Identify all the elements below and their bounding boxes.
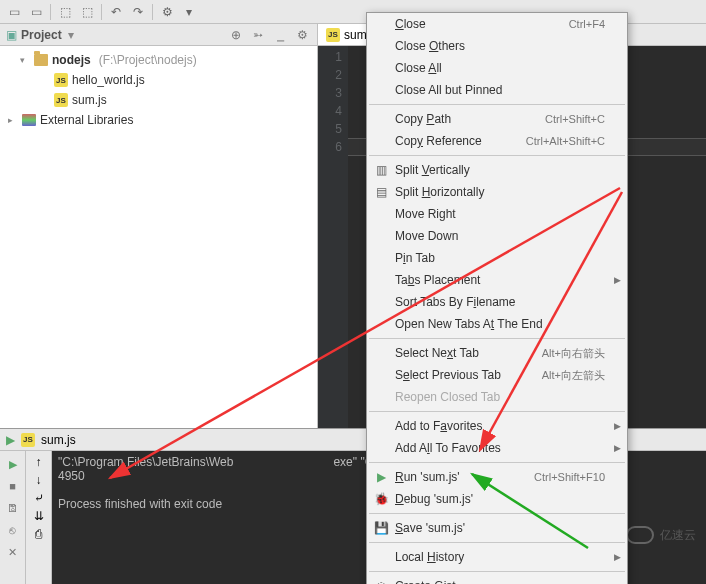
- context-menu-item[interactable]: Add to Favorites▶: [367, 415, 627, 437]
- up-icon[interactable]: ↑: [36, 455, 42, 469]
- run-action-gutter: ▶ ■ 🖺 ⎋ ✕: [0, 451, 26, 584]
- split-h-icon: ▤: [373, 185, 389, 199]
- menu-item-label: Close All but Pinned: [395, 83, 502, 97]
- external-libraries-node[interactable]: ▸ External Libraries: [0, 110, 317, 130]
- context-menu-item[interactable]: Pin Tab: [367, 247, 627, 269]
- editor-tab-context-menu: CloseCtrl+F4Close OthersClose AllClose A…: [366, 12, 628, 584]
- file-node-sum[interactable]: sum.js: [0, 90, 317, 110]
- menu-item-shortcut: Ctrl+F4: [569, 18, 605, 30]
- context-menu-item[interactable]: Select Next TabAlt+向右箭头: [367, 342, 627, 364]
- line-number: 2: [318, 66, 342, 84]
- menu-item-label: Add to Favorites: [395, 419, 482, 433]
- line-number: 1: [318, 48, 342, 66]
- menu-item-label: Open New Tabs At The End: [395, 317, 543, 331]
- menu-item-shortcut: Ctrl+Alt+Shift+C: [526, 135, 605, 147]
- menu-separator: [369, 411, 625, 412]
- toolbar-button[interactable]: ↷: [128, 2, 148, 22]
- context-menu-item[interactable]: ▤Split Horizontally: [367, 181, 627, 203]
- toolbar-button[interactable]: ⬚: [77, 2, 97, 22]
- link-icon[interactable]: ⎋: [4, 521, 22, 539]
- menu-item-label: Move Down: [395, 229, 458, 243]
- console-line: 4950: [58, 469, 85, 483]
- context-menu-item[interactable]: 💾Save 'sum.js': [367, 517, 627, 539]
- file-label: hello_world.js: [72, 73, 145, 87]
- toolbar-button[interactable]: ⚙: [157, 2, 177, 22]
- context-menu-item[interactable]: Copy PathCtrl+Shift+C: [367, 108, 627, 130]
- menu-item-label: Add All To Favorites: [395, 441, 501, 455]
- menu-item-label: Run 'sum.js': [395, 470, 460, 484]
- menu-item-shortcut: Alt+向左箭头: [542, 368, 605, 383]
- menu-separator: [369, 571, 625, 572]
- menu-item-label: Copy Path: [395, 112, 451, 126]
- context-menu-item[interactable]: ▥Split Vertically: [367, 159, 627, 181]
- gear-icon[interactable]: ⚙: [293, 26, 311, 44]
- toolbar-button[interactable]: ▾: [179, 2, 199, 22]
- menu-item-label: Reopen Closed Tab: [395, 390, 500, 404]
- dump-icon[interactable]: 🖺: [4, 499, 22, 517]
- js-file-icon: [326, 28, 340, 42]
- submenu-arrow-icon: ▶: [614, 275, 621, 285]
- project-root-label: nodejs: [52, 53, 91, 67]
- context-menu-item[interactable]: 🐞Debug 'sum.js': [367, 488, 627, 510]
- rerun-icon[interactable]: ▶: [4, 455, 22, 473]
- context-menu-item[interactable]: Move Right: [367, 203, 627, 225]
- context-menu-item[interactable]: Tabs Placement▶: [367, 269, 627, 291]
- submenu-arrow-icon: ▶: [614, 421, 621, 431]
- print-icon[interactable]: ⎙: [35, 527, 42, 541]
- stop-icon[interactable]: ■: [4, 477, 22, 495]
- menu-item-label: Close: [395, 17, 426, 31]
- toolbar-button[interactable]: ⬚: [55, 2, 75, 22]
- down-icon[interactable]: ↓: [36, 473, 42, 487]
- context-menu-item[interactable]: Close All: [367, 57, 627, 79]
- collapse-icon[interactable]: ⊕: [227, 26, 245, 44]
- menu-separator: [369, 513, 625, 514]
- menu-separator: [369, 155, 625, 156]
- context-menu-item[interactable]: Local History▶: [367, 546, 627, 568]
- context-menu-item[interactable]: ◌Create Gist...: [367, 575, 627, 584]
- project-root-node[interactable]: ▾ nodejs (F:\Project\nodejs): [0, 50, 317, 70]
- js-file-icon: [54, 73, 68, 87]
- context-menu-item[interactable]: Close All but Pinned: [367, 79, 627, 101]
- context-menu-item[interactable]: Add All To Favorites▶: [367, 437, 627, 459]
- line-number: 3: [318, 84, 342, 102]
- file-node-hello-world[interactable]: hello_world.js: [0, 70, 317, 90]
- line-number: 4: [318, 102, 342, 120]
- locate-icon[interactable]: ➳: [249, 26, 267, 44]
- toolbar-button[interactable]: ▭: [4, 2, 24, 22]
- project-panel-title: Project: [21, 28, 62, 42]
- toolbar-button[interactable]: ▭: [26, 2, 46, 22]
- console-line: "C:\Program Files\JetBrains\Web exe" "C:…: [58, 455, 380, 469]
- wrap-icon[interactable]: ⤶: [34, 491, 44, 505]
- debug-icon: 🐞: [373, 492, 389, 506]
- context-menu-item[interactable]: Select Previous TabAlt+向左箭头: [367, 364, 627, 386]
- menu-separator: [369, 462, 625, 463]
- file-label: sum.js: [72, 93, 107, 107]
- chevron-down-icon[interactable]: ▾: [68, 28, 74, 42]
- scroll-icon[interactable]: ⇊: [34, 509, 44, 523]
- context-menu-item[interactable]: Open New Tabs At The End: [367, 313, 627, 335]
- context-menu-item[interactable]: ▶Run 'sum.js'Ctrl+Shift+F10: [367, 466, 627, 488]
- menu-item-shortcut: Ctrl+Shift+C: [545, 113, 605, 125]
- project-tool-window: ▣ Project ▾ ⊕ ➳ ⎯ ⚙ ▾ nodejs (F:\Project…: [0, 24, 318, 428]
- context-menu-item[interactable]: Sort Tabs By Filename: [367, 291, 627, 313]
- console-line: Process finished with exit code: [58, 497, 222, 511]
- context-menu-item[interactable]: Move Down: [367, 225, 627, 247]
- context-menu-item[interactable]: Close Others: [367, 35, 627, 57]
- close-run-icon[interactable]: ✕: [4, 543, 22, 561]
- toolbar-button[interactable]: ↶: [106, 2, 126, 22]
- menu-item-label: Copy Reference: [395, 134, 482, 148]
- menu-item-label: Debug 'sum.js': [395, 492, 473, 506]
- menu-item-label: Split Vertically: [395, 163, 470, 177]
- expand-arrow-icon[interactable]: ▾: [20, 55, 30, 65]
- menu-item-label: Close All: [395, 61, 442, 75]
- submenu-arrow-icon: ▶: [614, 552, 621, 562]
- line-number: 6: [318, 138, 342, 156]
- context-menu-item[interactable]: Copy ReferenceCtrl+Alt+Shift+C: [367, 130, 627, 152]
- cloud-icon: [626, 526, 654, 544]
- run-icon: ▶: [6, 433, 15, 447]
- save-icon: 💾: [373, 521, 389, 535]
- expand-arrow-icon[interactable]: ▸: [8, 115, 18, 125]
- menu-item-label: Split Horizontally: [395, 185, 484, 199]
- context-menu-item[interactable]: CloseCtrl+F4: [367, 13, 627, 35]
- hide-icon[interactable]: ⎯: [271, 26, 289, 44]
